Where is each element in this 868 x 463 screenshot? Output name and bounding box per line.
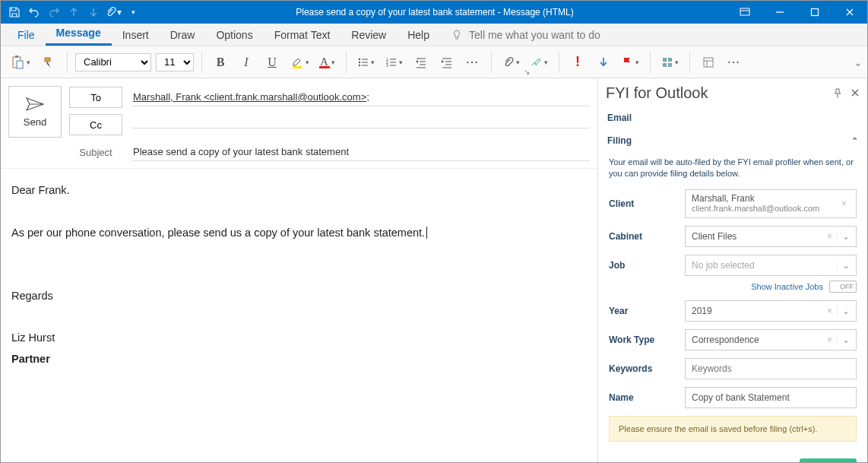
worktype-label: Work Type [609, 335, 685, 345]
chevron-down-icon[interactable]: ⌄ [837, 335, 850, 345]
italic-button[interactable]: I [236, 52, 257, 73]
undo-icon[interactable] [25, 3, 43, 21]
svg-rect-16 [668, 63, 672, 67]
panel-section-filing[interactable]: Filing ⌃ [598, 129, 867, 152]
bold-button[interactable]: B [210, 52, 231, 73]
worktype-select[interactable]: Correspondence × ⌄ [685, 329, 857, 350]
numbering-button[interactable]: 123▾ [382, 52, 406, 73]
subject-field[interactable]: Please send a copy of your latest bank s… [131, 143, 590, 161]
svg-rect-0 [740, 8, 749, 15]
name-label: Name [609, 392, 685, 403]
chevron-down-icon[interactable]: ⌄ [837, 231, 850, 242]
create-button[interactable]: Create [800, 458, 857, 462]
format-painter-button[interactable] [38, 52, 59, 73]
ribbon-display-icon[interactable] [727, 1, 762, 24]
attach-file-button[interactable]: ▾ [499, 52, 523, 73]
clear-icon[interactable]: × [837, 198, 851, 209]
inactive-jobs-toggle[interactable]: OFF [829, 281, 857, 293]
client-select[interactable]: Marshall, Frank client.frank.marshall@ou… [685, 189, 857, 218]
cabinet-label: Cabinet [609, 231, 685, 242]
cc-button[interactable]: Cc [69, 114, 122, 135]
pin-icon[interactable] [832, 88, 843, 99]
qat-customize-icon[interactable]: ▾ [124, 3, 142, 21]
paste-button[interactable]: ▾ [7, 52, 33, 73]
bullets-button[interactable]: ▾ [354, 52, 378, 73]
send-button[interactable]: Send [8, 86, 62, 138]
redo-icon [45, 3, 63, 21]
window-title: Please send a copy of your latest bank s… [142, 7, 727, 17]
year-label: Year [609, 306, 685, 316]
body-line: As per our phone conversation, please se… [11, 225, 587, 242]
clear-icon[interactable]: × [822, 306, 837, 316]
svg-point-9 [359, 64, 360, 65]
body-line: Partner [11, 351, 587, 368]
dialog-launcher-icon[interactable]: ↘ [524, 68, 530, 76]
close-icon[interactable] [832, 1, 867, 24]
message-body[interactable]: Dear Frank. As per our phone conversatio… [1, 169, 597, 462]
underline-button[interactable]: U [261, 52, 283, 73]
addins-button[interactable]: ▾ [658, 52, 682, 73]
minimize-icon[interactable] [762, 1, 797, 24]
font-size-select[interactable]: 11 [156, 53, 194, 71]
decrease-indent-button[interactable] [410, 52, 432, 73]
increase-indent-button[interactable] [436, 52, 458, 73]
job-select[interactable]: No job selected × ⌄ [685, 255, 857, 276]
tab-file[interactable]: File [7, 24, 46, 46]
highlight-button[interactable]: ▾ [287, 52, 312, 73]
tab-help[interactable]: Help [397, 24, 440, 46]
clear-icon[interactable]: × [822, 231, 837, 242]
close-panel-icon[interactable] [851, 88, 860, 99]
svg-rect-6 [319, 66, 330, 68]
more-commands-button[interactable]: ··· [724, 52, 745, 73]
low-importance-button[interactable] [593, 52, 614, 73]
client-label: Client [609, 198, 685, 209]
job-label: Job [609, 260, 685, 271]
cabinet-select[interactable]: Client Files × ⌄ [685, 226, 857, 247]
body-line: Regards [11, 288, 587, 305]
more-formatting-button[interactable]: ··· [462, 52, 483, 73]
tab-insert[interactable]: Insert [112, 24, 160, 46]
tab-message[interactable]: Message [46, 22, 112, 46]
svg-rect-4 [17, 61, 23, 68]
follow-up-button[interactable]: ▾ [619, 52, 642, 73]
high-importance-button[interactable]: ! [567, 52, 588, 73]
body-line: Liz Hurst [11, 330, 587, 347]
save-warning: Please ensure the email is saved before … [609, 416, 857, 442]
year-select[interactable]: 2019 × ⌄ [685, 300, 857, 322]
clear-icon[interactable]: × [822, 335, 837, 345]
name-input[interactable] [685, 387, 857, 408]
attach-dropdown-icon[interactable]: ▾ [104, 3, 122, 21]
save-icon[interactable] [5, 3, 24, 21]
cc-field[interactable] [131, 122, 590, 128]
svg-point-7 [359, 58, 360, 59]
to-field[interactable]: Marshall, Frank <client.frank.marshall@o… [131, 88, 590, 106]
chevron-down-icon[interactable]: ⌄ [837, 306, 850, 316]
filing-help-text: Your email will be auto-filed by the FYI… [609, 157, 857, 180]
ribbon-tabs: File Message Insert Draw Options Format … [1, 24, 867, 46]
tab-draw[interactable]: Draw [160, 24, 206, 46]
tab-formattext[interactable]: Format Text [264, 24, 341, 46]
inactive-jobs-label: Show Inactive Jobs [751, 282, 823, 291]
send-label: Send [24, 116, 46, 128]
font-color-button[interactable]: A▾ [317, 52, 338, 73]
tell-me-search[interactable]: Tell me what you want to do [440, 24, 611, 46]
chevron-down-icon[interactable]: ⌄ [837, 260, 850, 271]
keywords-input[interactable] [685, 358, 857, 379]
window-controls [727, 1, 867, 24]
chevron-up-icon: ⌃ [851, 136, 858, 146]
tab-options[interactable]: Options [205, 24, 263, 46]
svg-rect-15 [663, 63, 667, 67]
fyi-panel: FYI for Outlook Email Filing ⌃ Your emai… [597, 78, 867, 462]
ribbon-toolbar: ▾ Calibri 11 B I U ▾ A▾ ▾ 123▾ ··· ▾ ▾ !… [1, 46, 867, 78]
signature-button[interactable]: ▾ [527, 52, 551, 73]
title-bar: ▾ ▾ Please send a copy of your latest ba… [1, 1, 867, 24]
font-name-select[interactable]: Calibri [75, 53, 151, 71]
tab-review[interactable]: Review [341, 24, 397, 46]
send-icon [25, 97, 45, 112]
panel-section-email[interactable]: Email [598, 106, 867, 129]
maximize-icon[interactable] [797, 1, 832, 24]
to-button[interactable]: To [69, 87, 122, 108]
collapse-ribbon-icon[interactable]: ⌄ [854, 56, 863, 68]
subject-label: Subject [69, 147, 122, 158]
templates-button[interactable] [698, 52, 719, 73]
